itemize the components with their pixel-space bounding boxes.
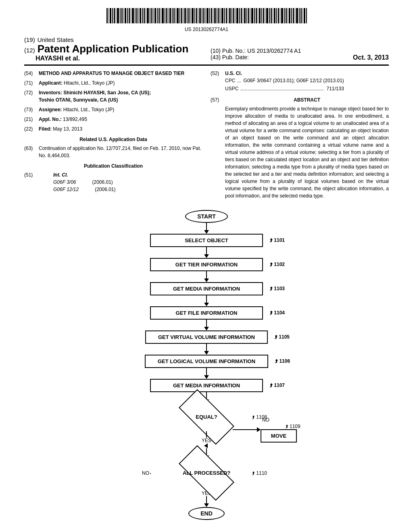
field-21-content: 13/892,495 bbox=[63, 116, 87, 122]
header-left: (19) United States (12) Patent Applicati… bbox=[24, 36, 202, 62]
field-72-value: Inventors: Shinichi HAYASHI, San Jose, C… bbox=[39, 89, 202, 104]
field-71-num: (71) bbox=[24, 79, 39, 87]
fc-step-move: ⮭1109 bbox=[285, 424, 300, 429]
fc-node-select-object: SELECT OBJECT ⮭1101 bbox=[150, 234, 263, 247]
pub-no-value: US 2013/0262774 A1 bbox=[247, 48, 301, 54]
fc-arrow-line-1 bbox=[206, 247, 207, 254]
fc-arrow-line-5 bbox=[206, 344, 207, 351]
field-52-content: U.S. Cl. CPC G06F 3/0647 (2013.01); G06F… bbox=[225, 70, 344, 92]
field-71-content: Hitachi, Ltd., Tokyo (JP) bbox=[64, 80, 115, 86]
field-22: (22) Filed: May 13, 2013 bbox=[24, 125, 202, 133]
country-name: United States bbox=[38, 36, 74, 43]
fc-arrow-end-head bbox=[204, 503, 209, 507]
svg-rect-61 bbox=[218, 8, 219, 23]
fc-label-get-virtual: GET VIRTUAL VOLUME INFORMATION bbox=[158, 334, 255, 340]
fc-arrow-line-6 bbox=[206, 368, 207, 375]
pub-no-num: (10) bbox=[211, 48, 221, 54]
fc-move-group: NO ⮭1109 MOVE bbox=[261, 417, 300, 443]
field-57-num: (57) bbox=[211, 96, 225, 200]
fc-arrow-head-3 bbox=[204, 303, 209, 306]
svg-rect-40 bbox=[179, 8, 180, 23]
field-71-label: Applicant: bbox=[39, 80, 63, 86]
svg-rect-45 bbox=[188, 8, 190, 23]
svg-rect-33 bbox=[166, 8, 167, 23]
svg-rect-67 bbox=[229, 8, 231, 23]
svg-rect-30 bbox=[161, 8, 161, 23]
field-57: (57) ABSTRACT Exemplary embodiments prov… bbox=[211, 96, 389, 200]
svg-rect-6 bbox=[116, 8, 116, 23]
field-72-num: (72) bbox=[24, 89, 39, 104]
svg-rect-91 bbox=[274, 8, 275, 23]
fc-label-get-media1: GET MEDIA INFORMATION bbox=[173, 286, 240, 292]
svg-rect-100 bbox=[291, 8, 292, 23]
svg-rect-87 bbox=[266, 8, 268, 23]
fc-left-line bbox=[150, 473, 151, 474]
svg-rect-62 bbox=[220, 8, 221, 23]
uspc-label: USPC bbox=[225, 85, 238, 92]
svg-rect-14 bbox=[131, 8, 131, 23]
fc-node-get-media2: GET MEDIA INFORMATION ⮭1107 bbox=[150, 379, 263, 392]
fc-label-get-tier: GET TIER INFORMATION bbox=[175, 262, 238, 268]
field-72-content2: Toshio OTANI, Sunnyvale, CA (US) bbox=[39, 97, 118, 103]
related-section-title: Related U.S. Application Data bbox=[24, 136, 202, 143]
field-63-text: Continuation of application No. 12/707,2… bbox=[39, 145, 202, 159]
svg-rect-51 bbox=[199, 8, 201, 23]
svg-rect-23 bbox=[147, 8, 149, 23]
cpc-value: G06F 3/0647 (2013.01); G06F 12/12 (2013.… bbox=[243, 77, 344, 84]
svg-rect-75 bbox=[244, 8, 246, 23]
svg-rect-5 bbox=[114, 8, 115, 23]
svg-rect-95 bbox=[281, 8, 283, 23]
svg-rect-74 bbox=[243, 8, 243, 23]
svg-rect-9 bbox=[121, 8, 123, 23]
field-51: (51) Int. Cl. G06F 3/06 (2006.01) G06F 1… bbox=[24, 171, 202, 193]
svg-rect-3 bbox=[110, 8, 111, 23]
field-73: (73) Assignee: Hitachi, Ltd., Tokyo (JP) bbox=[24, 106, 202, 113]
fc-arrow-line-0 bbox=[206, 223, 207, 230]
fc-arrow-5 bbox=[204, 344, 209, 355]
field-51-label: Int. Cl. bbox=[53, 171, 116, 179]
field-22-value: Filed: May 13, 2013 bbox=[39, 125, 202, 133]
svg-rect-81 bbox=[256, 8, 257, 23]
svg-rect-47 bbox=[192, 8, 194, 23]
svg-rect-41 bbox=[181, 8, 182, 23]
fc-node-get-logical: GET LOGICAL VOLUME INFORMATION ⮭1106 bbox=[145, 355, 268, 368]
field-21-value: Appl. No.: 13/892,495 bbox=[39, 116, 202, 123]
svg-rect-108 bbox=[306, 8, 307, 23]
fc-arrow-line-2 bbox=[206, 271, 207, 278]
int-cl-row1: G06F 3/06 (2006.01) bbox=[53, 179, 116, 186]
field-21-label: Appl. No.: bbox=[39, 116, 62, 122]
cpc-label: CPC bbox=[225, 77, 235, 84]
fc-arrow-line-3 bbox=[206, 295, 207, 303]
fc-label-get-media2: GET MEDIA INFORMATION bbox=[173, 382, 240, 389]
svg-rect-34 bbox=[168, 8, 169, 23]
fc-yes-label: YES bbox=[202, 438, 211, 443]
svg-rect-22 bbox=[146, 8, 146, 23]
field-72-content1: Shinichi HAYASHI, San Jose, CA (US); bbox=[63, 90, 151, 96]
fc-arrow-head-0 bbox=[204, 230, 209, 234]
fc-diamond-equal: EQUAL? bbox=[178, 403, 235, 431]
fc-no-arrow bbox=[257, 427, 261, 432]
svg-rect-98 bbox=[288, 8, 288, 23]
svg-rect-56 bbox=[209, 8, 210, 23]
fc-start-label: START bbox=[197, 213, 216, 220]
svg-rect-102 bbox=[295, 8, 295, 23]
svg-rect-65 bbox=[226, 8, 227, 23]
svg-rect-90 bbox=[273, 8, 273, 23]
svg-rect-55 bbox=[206, 8, 209, 23]
fc-diamond-all-processed: ALL PROCESSED? bbox=[178, 459, 235, 487]
svg-rect-107 bbox=[304, 8, 305, 23]
field-71: (71) Applicant: Hitachi, Ltd., Tokyo (JP… bbox=[24, 79, 202, 87]
svg-rect-82 bbox=[258, 8, 258, 23]
svg-rect-50 bbox=[198, 8, 198, 23]
abstract-section: ABSTRACT Exemplary embodiments provide a… bbox=[225, 96, 389, 200]
svg-rect-105 bbox=[300, 8, 302, 23]
fc-arrow-1 bbox=[204, 247, 209, 258]
svg-rect-83 bbox=[259, 8, 261, 23]
fc-no-arrowhead bbox=[257, 427, 261, 432]
fc-arrow-end-line bbox=[206, 496, 207, 503]
inventors-name: HAYASHI et al. bbox=[35, 55, 80, 62]
fc-rect-get-logical: GET LOGICAL VOLUME INFORMATION ⮭1106 bbox=[145, 355, 268, 368]
svg-rect-29 bbox=[159, 8, 160, 23]
svg-rect-46 bbox=[190, 8, 191, 23]
svg-rect-32 bbox=[165, 8, 165, 23]
